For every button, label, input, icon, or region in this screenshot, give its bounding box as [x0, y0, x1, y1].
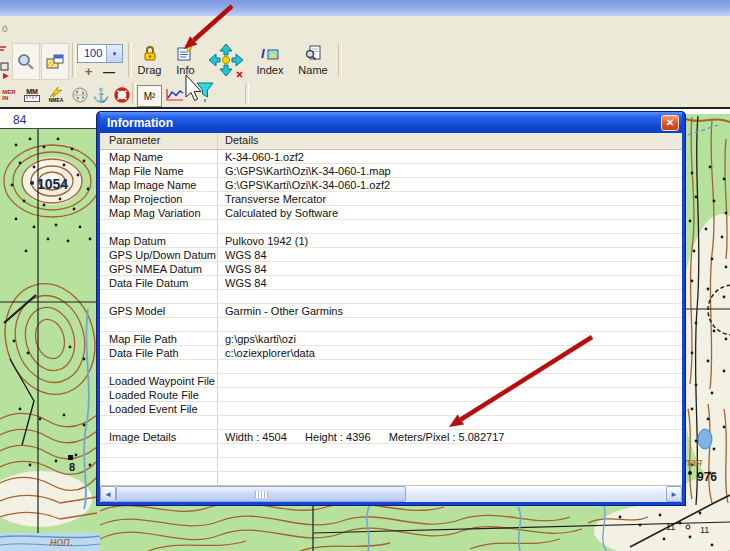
table-row: Loaded Waypoint File [100, 374, 682, 388]
table-row: GPS ModelGarmin - Other Garmins [100, 304, 682, 318]
table-row: Map File NameG:\GPS\Karti\Ozi\K-34-060-1… [100, 164, 682, 178]
map-collar-label: 84 [13, 113, 27, 127]
details-cell: Garmin - Other Garmins [217, 304, 682, 317]
param-cell [100, 220, 217, 233]
scrollbar-track[interactable] [116, 486, 666, 502]
details-cell: Width : 4504 Height : 4396 Meters/Pixel … [217, 430, 682, 443]
info-button-label: Info [176, 64, 194, 76]
details-cell: G:\GPS\Karti\Ozi\K-34-060-1.ozf2 [217, 178, 682, 191]
overlapping-maps-icon [45, 53, 65, 71]
pan-arrows-icon [206, 43, 246, 79]
table-row [100, 290, 682, 304]
map-info-button[interactable]: Info [168, 43, 203, 80]
param-cell [100, 318, 217, 331]
details-cell: WGS 84 [217, 276, 682, 289]
param-cell [100, 290, 217, 303]
close-icon: ✕ [666, 117, 674, 128]
param-cell: Data File Datum [100, 276, 217, 289]
param-cell [100, 444, 217, 457]
anchor-alarm-button[interactable]: ⚓ [92, 84, 110, 105]
param-cell: Loaded Waypoint File [100, 374, 217, 387]
main-toolbar: 100 ▼ + — Drag I [0, 40, 730, 82]
param-cell: GPS NMEA Datum [100, 262, 217, 275]
details-cell: Pulkovo 1942 (1) [217, 234, 682, 247]
nmea-monitor-button[interactable]: NMEA [46, 84, 66, 105]
scrollbar-grip [255, 491, 268, 498]
table-row [100, 318, 682, 332]
param-cell: Map Projection [100, 192, 217, 205]
zoom-level-value: 100 [78, 45, 106, 62]
zoom-level-combo[interactable]: 100 ▼ [77, 44, 123, 63]
track-profile-button[interactable] [164, 84, 186, 105]
horizontal-scrollbar[interactable]: ◄ ► [100, 485, 682, 502]
map-windows-button[interactable] [41, 43, 69, 80]
drag-map-button[interactable]: Drag [132, 43, 167, 80]
details-cell [217, 388, 682, 401]
table-row: Map NameK-34-060-1.ozf2 [100, 150, 682, 164]
gps-position-button[interactable] [70, 84, 90, 105]
zoom-in-button[interactable]: + [81, 65, 96, 80]
clipped-icon-fragments [0, 43, 10, 79]
map-index-button[interactable]: I Index [250, 43, 290, 80]
details-cell [217, 402, 682, 415]
drag-button-label: Drag [138, 64, 162, 76]
scroll-left-button[interactable]: ◄ [100, 486, 116, 502]
details-cell: WGS 84 [217, 262, 682, 275]
details-cell: c:\oziexplorer\data [217, 346, 682, 359]
scroll-right-button[interactable]: ► [666, 486, 682, 502]
svg-text:I: I [261, 46, 265, 61]
zoom-out-button[interactable]: — [102, 66, 116, 78]
globe-icon [72, 87, 88, 103]
close-button[interactable]: ✕ [661, 115, 679, 131]
magnifier-icon [16, 52, 36, 72]
table-row: Map ProjectionTransverse Mercator [100, 192, 682, 206]
param-cell: Map Image Name [100, 178, 217, 191]
table-row [100, 416, 682, 430]
lifering-icon [114, 87, 130, 103]
zoom-tool-button[interactable] [12, 43, 40, 80]
man-overboard-button[interactable] [112, 84, 132, 105]
combo-dropdown-button[interactable]: ▼ [106, 45, 122, 62]
parameter-column-header: Parameter [100, 133, 217, 149]
window-titlebar-strip [0, 0, 730, 16]
nmea-out-button[interactable]: MERIN [0, 84, 18, 105]
table-row: Map DatumPulkovo 1942 (1) [100, 234, 682, 248]
scrollbar-thumb[interactable] [116, 486, 406, 502]
marks-label: 11 [666, 522, 675, 532]
details-cell [217, 458, 682, 471]
menubar: o [0, 16, 730, 41]
padlock-icon [142, 45, 158, 61]
name-button-label: Name [298, 64, 327, 76]
elevation-label-976: 976 [697, 470, 717, 484]
param-cell: Data File Path [100, 346, 217, 359]
param-cell: Loaded Event File [100, 402, 217, 415]
table-row: Data File Pathc:\oziexplorer\data [100, 346, 682, 360]
information-dialog: Information ✕ Parameter Details Map Name… [97, 112, 685, 505]
param-cell: GPS Up/Down Datum [100, 248, 217, 261]
dialog-titlebar[interactable]: Information ✕ [100, 112, 682, 133]
param-cell: Map Datum [100, 234, 217, 247]
table-row: Loaded Route File [100, 388, 682, 402]
param-cell: Map File Name [100, 164, 217, 177]
details-cell [217, 318, 682, 331]
area-measure-button[interactable]: M² [137, 85, 162, 107]
table-row [100, 458, 682, 472]
table-row: GPS NMEA DatumWGS 84 [100, 262, 682, 276]
pan-arrows-cluster[interactable] [204, 43, 248, 80]
param-cell: Map Mag Variation [100, 206, 217, 219]
param-cell: Loaded Route File [100, 388, 217, 401]
chevron-down-icon: ▼ [112, 51, 118, 57]
details-cell: K-34-060-1.ozf2 [217, 150, 682, 163]
details-cell: G:\GPS\Karti\Ozi\K-34-060-1.map [217, 164, 682, 177]
table-row: Map Image NameG:\GPS\Karti\Ozi\K-34-060-… [100, 178, 682, 192]
moving-map-button[interactable]: MM [22, 84, 42, 105]
name-search-button[interactable]: Name [292, 43, 334, 80]
table-row [100, 220, 682, 234]
table-row: GPS Up/Down DatumWGS 84 [100, 248, 682, 262]
details-column-header: Details [217, 133, 682, 149]
details-cell [217, 220, 682, 233]
param-cell: Image Details [100, 430, 217, 443]
details-cell: Transverse Mercator [217, 192, 682, 205]
toolbar-separator [72, 43, 76, 77]
param-cell: Map Name [100, 150, 217, 163]
